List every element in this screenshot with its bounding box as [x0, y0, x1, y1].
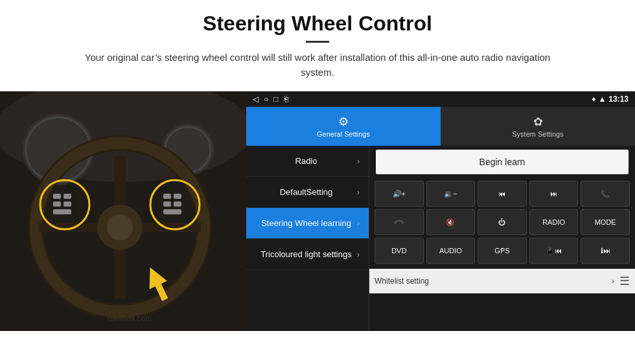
vol-plus-icon: 🔊+: [393, 190, 406, 198]
page-container: Steering Wheel Control Your original car…: [0, 0, 635, 331]
svg-rect-16: [53, 194, 61, 199]
tab-system-settings[interactable]: ✿ System Settings: [441, 107, 635, 146]
ctrl-row-3: DVD AUDIO GPS 📱⏮: [375, 238, 630, 264]
ctrl-power[interactable]: ⏻: [478, 209, 527, 235]
menu-chevron-default: ›: [357, 188, 360, 197]
ctrl-mode[interactable]: MODE: [581, 209, 630, 235]
ctrl-radio[interactable]: RADIO: [529, 209, 579, 235]
header-section: Steering Wheel Control Your original car…: [0, 0, 635, 86]
content-section: navihua.com ◁ ○ □ ⎗ ♦ ▲ 13:13: [0, 91, 635, 331]
svg-rect-19: [64, 201, 71, 207]
ctrl-vol-plus[interactable]: 🔊+: [375, 181, 424, 207]
menu-chevron-tricoloured: ›: [357, 250, 360, 259]
car-photo-bg: navihua.com: [0, 91, 246, 331]
subtitle: Your original car’s steering wheel contr…: [75, 51, 560, 80]
svg-point-13: [107, 214, 133, 240]
info-next-icon: ℹ⏭: [601, 247, 610, 255]
ctrl-info-next[interactable]: ℹ⏭: [581, 238, 630, 264]
right-panel: Begin learn 🔊+ 🔉−: [369, 146, 635, 331]
control-grid: 🔊+ 🔉− ⏮ ⏭ 📞: [369, 178, 635, 266]
svg-rect-22: [174, 194, 181, 199]
ctrl-row-1: 🔊+ 🔉− ⏮ ⏭ 📞: [375, 181, 630, 207]
mode-label: MODE: [595, 218, 616, 226]
power-icon: ⏻: [498, 218, 505, 226]
menu-item-default-setting[interactable]: DefaultSetting ›: [246, 177, 369, 208]
menu-item-tricoloured-label: Tricoloured light settings: [255, 249, 357, 259]
page-title: Steering Wheel Control: [26, 12, 609, 36]
ctrl-next[interactable]: ⏭: [529, 181, 579, 207]
status-time: 13:13: [608, 95, 629, 104]
wifi-icon: ▲: [598, 95, 606, 104]
svg-rect-23: [163, 201, 171, 207]
svg-rect-24: [174, 201, 181, 207]
nav-home-icon[interactable]: ○: [264, 95, 268, 104]
gps-label: GPS: [494, 247, 509, 255]
prev-icon: ⏮: [498, 190, 505, 198]
menu-item-radio[interactable]: Radio ›: [246, 146, 369, 177]
svg-rect-17: [64, 194, 71, 199]
whitelist-list-icon: ☰: [619, 274, 630, 288]
menu-item-steering-wheel[interactable]: Steering Wheel learning ›: [246, 208, 369, 239]
radio-label: RADIO: [542, 218, 565, 226]
call-icon: 📞: [601, 190, 610, 198]
menu-chevron-steering: ›: [357, 219, 360, 228]
begin-learn-row: Begin learn: [369, 146, 635, 178]
steering-wheel-svg: navihua.com: [0, 91, 246, 331]
svg-text:navihua.com: navihua.com: [108, 314, 152, 323]
whitelist-label: Whitelist setting: [375, 277, 612, 286]
svg-rect-18: [53, 201, 61, 207]
svg-rect-20: [53, 209, 71, 214]
menu-item-steering-label: Steering Wheel learning: [255, 218, 357, 228]
svg-rect-21: [163, 194, 171, 199]
nav-back-icon[interactable]: ◁: [253, 95, 259, 104]
ctrl-dvd[interactable]: DVD: [375, 238, 424, 264]
ctrl-mute[interactable]: 🔇: [426, 209, 476, 235]
settings-tabs: ⚙ General Settings ✿ System Settings: [246, 107, 635, 146]
tel-prev-icon: 📱⏮: [546, 247, 562, 255]
nav-recents-icon[interactable]: □: [273, 95, 278, 104]
status-bar: ◁ ○ □ ⎗ ♦ ▲ 13:13: [246, 91, 635, 107]
whitelist-chevron-icon: ›: [612, 277, 614, 286]
menu-item-tricoloured[interactable]: Tricoloured light settings ›: [246, 239, 369, 270]
location-icon: ♦: [592, 95, 595, 104]
whitelist-bar[interactable]: Whitelist setting › ☰: [369, 269, 635, 293]
system-settings-icon: ✿: [533, 115, 543, 129]
ctrl-prev[interactable]: ⏮: [478, 181, 527, 207]
status-right: ♦ ▲ 13:13: [592, 95, 629, 104]
ctrl-vol-minus[interactable]: 🔉−: [426, 181, 476, 207]
menu-item-radio-label: Radio: [255, 156, 357, 166]
tab-general-label: General Settings: [317, 130, 370, 138]
nav-icons: ◁ ○ □ ⎗: [253, 95, 288, 104]
tab-system-label: System Settings: [512, 130, 563, 138]
car-image: navihua.com: [0, 91, 246, 331]
general-settings-icon: ⚙: [338, 115, 349, 129]
ctrl-audio[interactable]: AUDIO: [426, 238, 476, 264]
audio-label: AUDIO: [439, 247, 462, 255]
tab-general-settings[interactable]: ⚙ General Settings: [246, 107, 441, 146]
ctrl-tel-prev[interactable]: 📱⏮: [529, 238, 579, 264]
left-menu: Radio › DefaultSetting › Steering Wheel …: [246, 146, 369, 331]
ctrl-call[interactable]: 📞: [581, 181, 630, 207]
menu-chevron-radio: ›: [357, 157, 360, 166]
mute-icon: 🔇: [446, 218, 455, 227]
ctrl-hang[interactable]: 📞: [375, 209, 424, 235]
menu-item-default-label: DefaultSetting: [255, 187, 357, 197]
dvd-label: DVD: [391, 247, 406, 255]
svg-rect-25: [163, 209, 181, 214]
begin-learn-button[interactable]: Begin learn: [376, 150, 629, 174]
next-icon: ⏭: [550, 190, 557, 198]
nav-cast-icon[interactable]: ⎗: [284, 95, 288, 104]
title-divider: [306, 41, 329, 43]
ctrl-gps[interactable]: GPS: [478, 238, 527, 264]
ctrl-row-2: 📞 🔇 ⏻ RADIO MO: [375, 209, 630, 235]
android-screen: ◁ ○ □ ⎗ ♦ ▲ 13:13 ⚙ General Settings: [246, 91, 635, 331]
hang-icon: 📞: [393, 216, 405, 228]
vol-minus-icon: 🔉−: [444, 190, 457, 198]
main-area: Radio › DefaultSetting › Steering Wheel …: [246, 146, 635, 331]
